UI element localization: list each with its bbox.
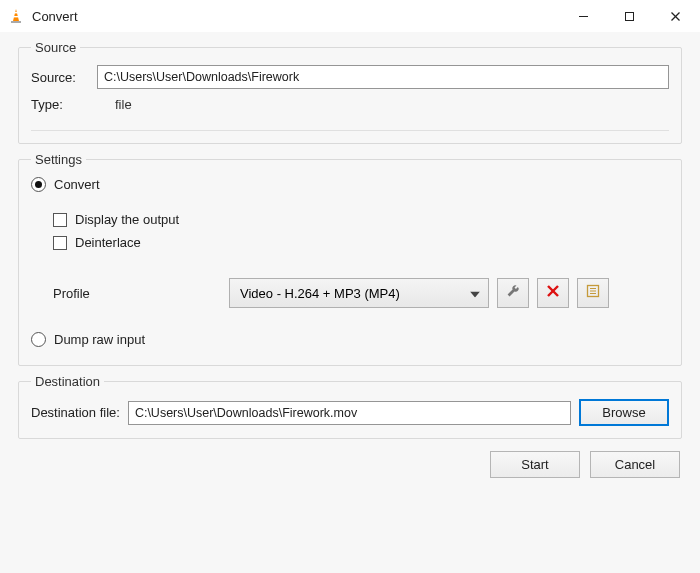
start-button[interactable]: Start	[490, 451, 580, 478]
radio-icon	[31, 332, 46, 347]
source-legend: Source	[31, 40, 80, 55]
settings-legend: Settings	[31, 152, 86, 167]
svg-rect-5	[625, 12, 633, 20]
profile-value: Video - H.264 + MP3 (MP4)	[240, 286, 400, 301]
svg-marker-0	[13, 9, 19, 21]
deinterlace-checkbox[interactable]: Deinterlace	[53, 235, 669, 250]
delete-x-icon	[546, 284, 560, 302]
cancel-button-label: Cancel	[615, 457, 655, 472]
browse-button-label: Browse	[602, 405, 645, 420]
new-profile-button[interactable]	[577, 278, 609, 308]
cancel-button[interactable]: Cancel	[590, 451, 680, 478]
type-label: Type:	[31, 97, 89, 112]
convert-radio[interactable]: Convert	[31, 177, 669, 192]
type-value: file	[115, 97, 132, 112]
dump-raw-radio[interactable]: Dump raw input	[31, 332, 669, 347]
new-profile-icon	[585, 283, 601, 303]
destination-label: Destination file:	[31, 405, 120, 420]
settings-group: Settings Convert Display the output Dein…	[18, 152, 682, 366]
minimize-button[interactable]	[560, 0, 606, 32]
convert-radio-label: Convert	[54, 177, 100, 192]
display-output-label: Display the output	[75, 212, 179, 227]
deinterlace-label: Deinterlace	[75, 235, 141, 250]
destination-legend: Destination	[31, 374, 104, 389]
chevron-down-icon	[470, 286, 480, 301]
vlc-cone-icon	[8, 8, 24, 24]
radio-icon	[31, 177, 46, 192]
source-group: Source Source: Type: file	[18, 40, 682, 144]
maximize-button[interactable]	[606, 0, 652, 32]
delete-profile-button[interactable]	[537, 278, 569, 308]
browse-button[interactable]: Browse	[579, 399, 669, 426]
titlebar: Convert	[0, 0, 700, 32]
display-output-checkbox[interactable]: Display the output	[53, 212, 669, 227]
wrench-icon	[505, 283, 521, 303]
source-label: Source:	[31, 70, 89, 85]
source-separator	[31, 130, 669, 131]
close-button[interactable]	[652, 0, 698, 32]
edit-profile-button[interactable]	[497, 278, 529, 308]
svg-rect-1	[14, 12, 17, 13]
destination-group: Destination Destination file: Browse	[18, 374, 682, 439]
start-button-label: Start	[521, 457, 548, 472]
svg-marker-8	[470, 292, 480, 298]
profile-combo[interactable]: Video - H.264 + MP3 (MP4)	[229, 278, 489, 308]
checkbox-icon	[53, 213, 67, 227]
content-area: Source Source: Type: file Settings Conve…	[0, 32, 700, 573]
profile-label: Profile	[31, 286, 221, 301]
svg-rect-3	[11, 21, 21, 23]
window-title: Convert	[32, 9, 78, 24]
source-input[interactable]	[97, 65, 669, 89]
destination-input[interactable]	[128, 401, 571, 425]
dialog-footer: Start Cancel	[18, 451, 682, 478]
dump-raw-label: Dump raw input	[54, 332, 145, 347]
checkbox-icon	[53, 236, 67, 250]
svg-rect-2	[14, 16, 19, 17]
